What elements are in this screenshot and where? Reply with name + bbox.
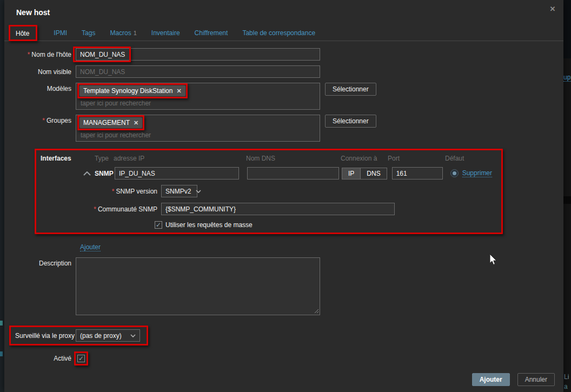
- enabled-checkbox[interactable]: ✓: [77, 355, 85, 362]
- visible-name-row: Nom visible: [4, 65, 563, 78]
- templates-multiselect[interactable]: Template Synology DiskStation ✕ taper ic…: [76, 83, 320, 110]
- proxy-select[interactable]: (pas de proxy): [76, 329, 140, 342]
- snmp-community-input[interactable]: [161, 203, 395, 215]
- interface-port-input[interactable]: [392, 167, 443, 180]
- description-label: Description: [4, 257, 76, 269]
- add-button[interactable]: Ajouter: [472, 373, 510, 386]
- interface-ip-input[interactable]: [115, 167, 239, 180]
- default-interface-radio[interactable]: [450, 169, 459, 177]
- background-fragment: [563, 196, 571, 204]
- description-textarea[interactable]: [76, 257, 320, 315]
- collapse-cell: [36, 171, 95, 176]
- interfaces-section: Interfaces Type adresse IP Nom DNS Conne…: [35, 149, 503, 234]
- groups-row: *Groupes MANAGEMENT ✕ taper ici pour rec…: [4, 115, 563, 142]
- dialog-title: New host: [16, 8, 50, 17]
- background-clipped-text: Li: [564, 373, 571, 381]
- radio-dot: [453, 171, 456, 175]
- interface-type: SNMP: [95, 170, 115, 177]
- resize-grip-icon[interactable]: [314, 308, 319, 314]
- column-port: Port: [388, 155, 445, 162]
- snmp-community-label: *Communauté SNMP: [36, 205, 161, 213]
- templates-select-button[interactable]: Sélectionner: [325, 83, 376, 96]
- tab-macros[interactable]: Macros1: [108, 25, 138, 41]
- column-dns: Nom DNS: [246, 155, 341, 162]
- background-fragment: [0, 321, 3, 325]
- add-interface-link[interactable]: Ajouter: [80, 243, 101, 251]
- interfaces-label: Interfaces: [36, 155, 95, 162]
- remove-interface-link[interactable]: Supprimer: [462, 169, 492, 177]
- template-chip: Template Synology DiskStation ✕: [79, 85, 185, 96]
- tab-tags[interactable]: Tags: [80, 25, 97, 41]
- annotation-box-enabled: ✓: [74, 351, 88, 366]
- chevron-down-icon: [196, 190, 201, 193]
- templates-label: Modèles: [4, 83, 76, 95]
- required-mark: *: [42, 117, 45, 124]
- host-name-input[interactable]: [76, 48, 320, 61]
- visible-name-label: Nom visible: [4, 66, 76, 78]
- snmp-version-label: *SNMP version: [36, 188, 161, 195]
- background-page-right-strip: [563, 0, 571, 392]
- cancel-button[interactable]: Annuler: [517, 373, 555, 386]
- host-form: *Nom de l'hôte Nom visible Modèles Templ…: [4, 41, 563, 364]
- host-name-label: *Nom de l'hôte: [4, 49, 76, 61]
- tab-ipmi[interactable]: IPMI: [52, 25, 69, 41]
- background-page-left-strip: [0, 0, 4, 392]
- groups-multiselect[interactable]: MANAGEMENT ✕ taper ici pour rechercher: [76, 115, 320, 142]
- enabled-row: Activé ✓: [4, 353, 563, 364]
- required-mark: *: [28, 51, 30, 58]
- snmp-interface-row: SNMP IP DNS Supprimer: [36, 167, 501, 180]
- dialog-header: New host ✕: [4, 0, 563, 17]
- background-clipped-text: a: [564, 383, 571, 390]
- interface-dns-input[interactable]: [247, 167, 339, 180]
- chevron-down-icon: [130, 334, 136, 337]
- visible-name-input[interactable]: [76, 65, 320, 78]
- connect-to-toggle: IP DNS: [342, 168, 387, 180]
- background-clipped-link: up: [563, 74, 571, 82]
- new-host-dialog: New host ✕ Hôte IPMI Tags Macros1 Invent…: [4, 0, 563, 392]
- annotation-box-hote-tab: Hôte: [9, 25, 37, 41]
- bulk-requests-label: Utiliser les requêtes de masse: [165, 221, 253, 229]
- chip-remove-icon[interactable]: ✕: [134, 119, 138, 127]
- annotation-box-template-chip: Template Synology DiskStation ✕: [77, 83, 188, 98]
- description-field-wrap: [76, 257, 320, 315]
- annotation-box-proxy: Surveillé via le proxy (pas de proxy): [9, 325, 148, 346]
- snmp-version-row: *SNMP version SNMPv2: [36, 185, 501, 197]
- dialog-footer: Ajouter Annuler: [472, 373, 555, 386]
- groups-label: *Groupes: [4, 115, 76, 127]
- bulk-requests-row: ✓ Utiliser les requêtes de masse: [155, 221, 501, 229]
- bulk-requests-checkbox[interactable]: ✓: [155, 221, 162, 229]
- connect-ip-option[interactable]: IP: [342, 168, 360, 179]
- tab-hote[interactable]: Hôte: [10, 26, 36, 39]
- groups-select-button[interactable]: Sélectionner: [325, 115, 376, 128]
- background-fragment: [0, 351, 3, 356]
- tab-inventaire[interactable]: Inventaire: [150, 25, 182, 41]
- background-fragment: [563, 0, 571, 58]
- group-chip: MANAGEMENT ✕: [79, 117, 142, 128]
- enabled-label: Activé: [4, 353, 76, 364]
- annotation-box-group-chip: MANAGEMENT ✕: [77, 115, 144, 130]
- required-mark: *: [112, 188, 115, 195]
- templates-row: Modèles Template Synology DiskStation ✕ …: [4, 83, 563, 110]
- tab-chiffrement[interactable]: Chiffrement: [193, 25, 230, 41]
- proxy-row: Surveillé via le proxy (pas de proxy): [9, 325, 563, 346]
- host-name-row: *Nom de l'hôte: [4, 48, 563, 61]
- snmp-community-row: *Communauté SNMP: [36, 203, 501, 215]
- proxy-label: Surveillé via le proxy: [15, 332, 76, 340]
- groups-search-placeholder[interactable]: taper ici pour rechercher: [79, 129, 317, 140]
- column-connect: Connexion à: [341, 155, 388, 162]
- add-interface-row: Ajouter: [80, 243, 563, 251]
- snmp-version-select[interactable]: SNMPv2: [161, 185, 197, 197]
- chip-remove-icon[interactable]: ✕: [176, 87, 181, 95]
- interfaces-header-row: Interfaces Type adresse IP Nom DNS Conne…: [36, 152, 501, 164]
- close-icon[interactable]: ✕: [547, 4, 558, 15]
- macros-count-badge: 1: [134, 30, 137, 36]
- tab-correspondance[interactable]: Table de correspondance: [241, 25, 317, 41]
- host-name-field-wrap: [76, 48, 320, 61]
- chevron-up-icon[interactable]: [83, 171, 91, 176]
- tab-bar: Hôte IPMI Tags Macros1 Inventaire Chiffr…: [4, 23, 563, 41]
- column-type: Type: [95, 155, 114, 162]
- description-row: Description: [4, 257, 563, 315]
- templates-search-placeholder[interactable]: taper ici pour rechercher: [79, 97, 317, 108]
- connect-dns-option[interactable]: DNS: [360, 168, 386, 179]
- column-ip: adresse IP: [114, 155, 246, 162]
